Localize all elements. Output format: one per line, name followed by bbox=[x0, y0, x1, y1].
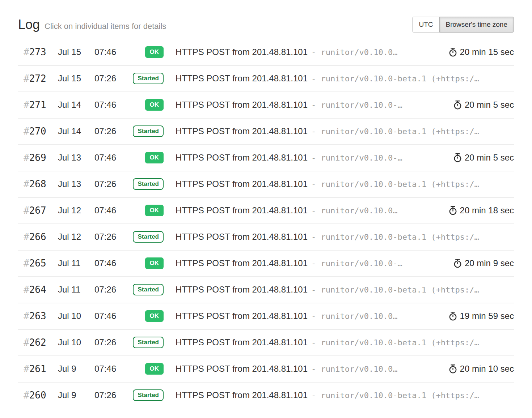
event-time: 07:26 bbox=[94, 179, 130, 189]
status-badge: OK bbox=[145, 46, 164, 58]
event-message: HTTPS POST from 201.48.81.101 bbox=[176, 47, 308, 57]
event-message: HTTPS POST from 201.48.81.101 bbox=[176, 311, 308, 321]
event-date: Jul 14 bbox=[58, 100, 94, 110]
event-date: Jul 14 bbox=[58, 126, 94, 136]
hash-prefix: # bbox=[24, 231, 29, 242]
log-row[interactable]: #265 Jul 11 07:46 OK HTTPS POST from 201… bbox=[18, 250, 514, 276]
user-agent: - runitor/v0.10.0… bbox=[311, 312, 397, 321]
status-badge: OK bbox=[145, 152, 164, 163]
event-id: #267 bbox=[18, 205, 58, 216]
log-row[interactable]: #271 Jul 14 07:46 OK HTTPS POST from 201… bbox=[18, 91, 514, 118]
event-time: 07:46 bbox=[94, 153, 130, 163]
event-duration: 20 min 18 sec bbox=[449, 205, 514, 216]
log-row[interactable]: #268 Jul 13 07:26 Started HTTPS POST fro… bbox=[18, 171, 514, 197]
status-badge: OK bbox=[145, 363, 164, 375]
user-agent: - runitor/v0.10.0… bbox=[311, 48, 397, 57]
status-badge-cell: OK bbox=[130, 257, 164, 269]
log-row[interactable]: #273 Jul 15 07:46 OK HTTPS POST from 201… bbox=[18, 39, 514, 65]
status-badge: OK bbox=[145, 310, 164, 322]
status-badge-cell: OK bbox=[130, 205, 164, 216]
event-duration: 19 min 59 sec bbox=[449, 311, 514, 321]
status-badge-cell: Started bbox=[130, 231, 164, 243]
event-time: 07:46 bbox=[94, 311, 130, 321]
status-badge: Started bbox=[133, 178, 164, 190]
status-badge: OK bbox=[145, 99, 164, 111]
stopwatch-icon bbox=[453, 259, 462, 268]
status-badge-cell: Started bbox=[130, 284, 164, 295]
event-time: 07:46 bbox=[94, 100, 130, 110]
event-number: 273 bbox=[29, 47, 46, 57]
event-description: HTTPS POST from 201.48.81.101 - runitor/… bbox=[176, 285, 514, 295]
event-duration: 20 min 15 sec bbox=[449, 47, 514, 57]
event-message: HTTPS POST from 201.48.81.101 bbox=[176, 73, 308, 84]
event-duration: 20 min 9 sec bbox=[453, 258, 514, 268]
hash-prefix: # bbox=[24, 152, 29, 163]
event-message: HTTPS POST from 201.48.81.101 bbox=[176, 337, 308, 347]
event-description: HTTPS POST from 201.48.81.101 - runitor/… bbox=[176, 47, 444, 57]
log-row[interactable]: #269 Jul 13 07:46 OK HTTPS POST from 201… bbox=[18, 144, 514, 171]
event-id: #260 bbox=[18, 390, 58, 401]
user-agent: - runitor/v0.10.0-beta.1 (+https:/… bbox=[311, 338, 479, 347]
user-agent: - runitor/v0.10.0… bbox=[311, 206, 397, 215]
event-number: 261 bbox=[29, 363, 46, 374]
event-id: #271 bbox=[18, 99, 58, 110]
event-number: 269 bbox=[29, 152, 46, 163]
hash-prefix: # bbox=[24, 99, 29, 110]
event-time: 07:26 bbox=[94, 285, 130, 295]
log-row[interactable]: #262 Jul 10 07:26 Started HTTPS POST fro… bbox=[18, 329, 514, 355]
event-date: Jul 12 bbox=[58, 232, 94, 242]
event-duration: 20 min 5 sec bbox=[453, 100, 514, 110]
event-description: HTTPS POST from 201.48.81.101 - runitor/… bbox=[176, 73, 514, 84]
event-description: HTTPS POST from 201.48.81.101 - runitor/… bbox=[176, 100, 448, 110]
utc-button[interactable]: UTC bbox=[412, 17, 439, 33]
hash-prefix: # bbox=[24, 179, 29, 189]
duration-text: 19 min 59 sec bbox=[460, 311, 514, 321]
event-date: Jul 11 bbox=[58, 258, 94, 268]
event-time: 07:46 bbox=[94, 205, 130, 216]
event-description: HTTPS POST from 201.48.81.101 - runitor/… bbox=[176, 232, 514, 242]
event-description: HTTPS POST from 201.48.81.101 - runitor/… bbox=[176, 311, 444, 321]
event-number: 268 bbox=[29, 179, 46, 189]
log-row[interactable]: #261 Jul 9 07:46 OK HTTPS POST from 201.… bbox=[18, 355, 514, 382]
event-date: Jul 9 bbox=[58, 390, 94, 400]
log-table: #273 Jul 15 07:46 OK HTTPS POST from 201… bbox=[18, 39, 514, 408]
hash-prefix: # bbox=[24, 311, 29, 321]
event-number: 265 bbox=[29, 258, 46, 269]
status-badge: Started bbox=[133, 389, 164, 401]
log-row[interactable]: #270 Jul 14 07:26 Started HTTPS POST fro… bbox=[18, 118, 514, 144]
status-badge-cell: Started bbox=[130, 389, 164, 401]
event-id: #268 bbox=[18, 179, 58, 189]
duration-text: 20 min 18 sec bbox=[460, 205, 514, 216]
event-message: HTTPS POST from 201.48.81.101 bbox=[176, 205, 308, 216]
title-wrap: Log Click on individual items for detail… bbox=[18, 18, 166, 31]
log-row[interactable]: #272 Jul 15 07:26 Started HTTPS POST fro… bbox=[18, 65, 514, 91]
event-number: 267 bbox=[29, 205, 46, 216]
event-message: HTTPS POST from 201.48.81.101 bbox=[176, 126, 308, 136]
log-row[interactable]: #266 Jul 12 07:26 Started HTTPS POST fro… bbox=[18, 223, 514, 250]
event-date: Jul 15 bbox=[58, 47, 94, 57]
event-date: Jul 9 bbox=[58, 364, 94, 374]
stopwatch-icon bbox=[449, 47, 457, 57]
stopwatch-icon bbox=[449, 206, 457, 216]
event-number: 263 bbox=[29, 311, 46, 321]
user-agent: - runitor/v0.10.0-beta.1 (+https:/… bbox=[311, 127, 479, 136]
stopwatch-icon bbox=[453, 100, 462, 110]
event-time: 07:26 bbox=[94, 73, 130, 84]
hash-prefix: # bbox=[24, 390, 29, 401]
event-number: 270 bbox=[29, 126, 46, 137]
event-duration: 20 min 5 sec bbox=[453, 153, 514, 163]
log-row[interactable]: #260 Jul 9 07:26 Started HTTPS POST from… bbox=[18, 382, 514, 408]
hash-prefix: # bbox=[24, 47, 29, 57]
user-agent: - runitor/v0.10.0-beta.1 (+https:/… bbox=[311, 285, 479, 294]
log-row[interactable]: #263 Jul 10 07:46 OK HTTPS POST from 201… bbox=[18, 303, 514, 329]
stopwatch-icon bbox=[449, 311, 457, 321]
event-number: 272 bbox=[29, 73, 46, 84]
event-message: HTTPS POST from 201.48.81.101 bbox=[176, 232, 308, 242]
event-number: 264 bbox=[29, 284, 46, 295]
status-badge: OK bbox=[145, 205, 164, 216]
event-id: #272 bbox=[18, 73, 58, 84]
browser-timezone-button[interactable]: Browser's time zone bbox=[439, 17, 514, 33]
log-row[interactable]: #267 Jul 12 07:46 OK HTTPS POST from 201… bbox=[18, 197, 514, 223]
user-agent: - runitor/v0.10.0-beta.1 (+https:/… bbox=[311, 233, 479, 242]
log-row[interactable]: #264 Jul 11 07:26 Started HTTPS POST fro… bbox=[18, 276, 514, 303]
